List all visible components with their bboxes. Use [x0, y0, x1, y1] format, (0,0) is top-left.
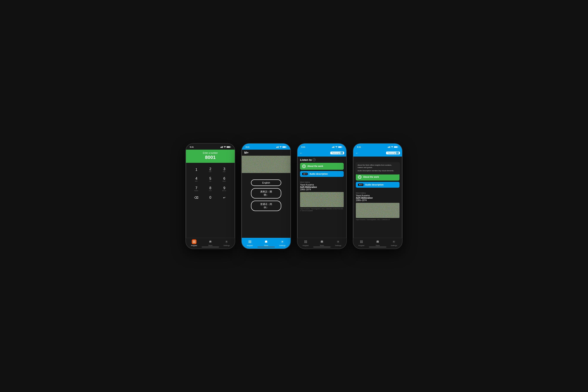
nav-tours-1[interactable]: Tours	[202, 239, 218, 246]
nav-tours-label-3: Tours	[320, 244, 324, 246]
audio-row-about-4[interactable]: About the work	[356, 174, 400, 180]
phone-2-language: 9:41 M+ English 廣東話（繁體） 普通话（简体）	[241, 143, 291, 249]
svg-point-37	[282, 241, 283, 242]
key-4[interactable]: 4GHI	[189, 174, 203, 184]
caption-4: Yayoi Kusama. Transmigration, 2011. Coll…	[353, 218, 402, 221]
home-indicator-1	[202, 247, 219, 247]
nav-keypad-1[interactable]: Keypad	[186, 239, 202, 246]
screen-1: Enter a number 8001 1 2ABC 3DEF 4GHI 5JK…	[186, 150, 235, 249]
svg-rect-54	[305, 241, 306, 242]
svg-rect-46	[303, 166, 304, 167]
svg-point-42	[336, 147, 337, 148]
svg-rect-28	[249, 240, 249, 241]
tours-icon-1	[208, 239, 213, 244]
lang-mandarin[interactable]: 普通话（简体）	[251, 201, 281, 211]
ad-badge-4: AD )))	[358, 184, 363, 186]
key-2[interactable]: 2ABC	[203, 165, 217, 174]
nav-keypad-4[interactable]: Keypad	[353, 239, 369, 246]
svg-point-17	[226, 241, 227, 242]
phone-4-tooltip: 9:41 ← Transcript A About the Work offer…	[353, 143, 403, 249]
svg-point-59	[338, 241, 339, 242]
time-4: 9:41	[357, 146, 361, 148]
svg-rect-6	[227, 146, 230, 148]
back-button-4[interactable]: ←	[355, 151, 358, 155]
home-indicator-4	[369, 247, 386, 247]
time-3: 9:41	[301, 146, 305, 148]
nav-settings-2[interactable]: Settings	[274, 239, 291, 246]
artwork-info-3: West Gallery Yayoi Kusama Self-Obliterat…	[297, 180, 346, 192]
key-enter[interactable]: ↵	[217, 194, 231, 202]
lang-cantonese[interactable]: 廣東話（繁體）	[251, 188, 281, 198]
svg-rect-51	[305, 240, 306, 241]
blue-header-3: ← Transcript A	[297, 150, 346, 156]
svg-rect-73	[361, 240, 362, 241]
status-bar-1: 9:41	[186, 144, 235, 150]
nav-tours-4[interactable]: Tours	[369, 239, 386, 246]
svg-rect-29	[249, 240, 250, 241]
svg-rect-3	[222, 146, 223, 148]
phones-container: 9:41 Enter a number 8001 1 2ABC 3DEF 4GH…	[177, 134, 411, 258]
nav-keypad-3[interactable]: Keypad	[297, 239, 314, 246]
artwork-thumb-4	[356, 203, 400, 218]
key-0[interactable]: 0	[203, 194, 217, 202]
key-6[interactable]: 6MNO	[217, 174, 231, 184]
nav-keypad-label-2: Keypad	[247, 244, 253, 246]
svg-rect-56	[304, 242, 305, 243]
svg-rect-67	[398, 146, 398, 147]
nav-tours-label-4: Tours	[376, 244, 380, 246]
tooltip-line-2: Audio Description narrates key visual el…	[358, 170, 398, 172]
svg-rect-55	[306, 241, 307, 242]
help-icon-3[interactable]: ?	[313, 158, 316, 161]
key-backspace[interactable]: ⌫	[189, 194, 203, 202]
status-bar-2: 9:41	[242, 144, 291, 150]
nav-settings-4[interactable]: Settings	[386, 239, 402, 246]
status-icons-4	[388, 146, 398, 148]
key-1[interactable]: 1	[189, 165, 203, 174]
settings-icon-4	[392, 239, 396, 244]
svg-rect-71	[356, 203, 400, 218]
svg-rect-45	[342, 146, 342, 147]
audio-row-ad-3[interactable]: AD ))) Audio description	[300, 171, 344, 177]
lang-english[interactable]: English	[251, 180, 281, 186]
headphone-icon-3	[302, 164, 306, 168]
svg-rect-10	[195, 240, 195, 241]
key-3[interactable]: 3DEF	[217, 165, 231, 174]
audio-row-ad-4[interactable]: AD ))) Audio description	[356, 182, 400, 188]
home-indicator-2	[257, 247, 275, 247]
artwork-thumb-2	[242, 156, 291, 173]
artwork-title-4: Self-Obliteration	[356, 197, 400, 199]
app-name: M+	[244, 151, 249, 154]
nav-settings-3[interactable]: Settings	[330, 239, 346, 246]
svg-rect-50	[304, 240, 305, 241]
audio-row-about-3[interactable]: About the work	[300, 163, 344, 170]
caption-3: Yayoi Kusama. Transmigration, 2011. Coll…	[297, 207, 346, 212]
nav-settings-label-3: Settings	[335, 244, 341, 246]
svg-rect-1	[221, 146, 222, 148]
home-indicator-3	[313, 247, 331, 247]
nav-settings-1[interactable]: Settings	[219, 239, 235, 246]
keypad-prompt: Enter a number	[188, 152, 232, 154]
svg-rect-9	[194, 240, 194, 241]
svg-rect-14	[193, 242, 193, 243]
key-8[interactable]: 8TUV	[203, 184, 217, 194]
key-9[interactable]: 9WXYZ	[217, 184, 231, 194]
svg-rect-44	[338, 146, 341, 148]
svg-rect-80	[362, 242, 363, 243]
key-5[interactable]: 5JKL	[203, 174, 217, 184]
nav-keypad-2[interactable]: Keypad	[242, 239, 258, 246]
key-7[interactable]: 7PQRS	[189, 184, 203, 194]
nav-tours-2[interactable]: Tours	[258, 239, 274, 246]
artwork-info-4: West Gallery Yayoi Kusama Self-Obliterat…	[353, 191, 402, 203]
transcript-btn-3[interactable]: Transcript A	[330, 152, 344, 154]
nav-keypad-label-4: Keypad	[358, 244, 364, 246]
status-icons-3	[332, 146, 342, 148]
nav-tours-3[interactable]: Tours	[314, 239, 330, 246]
tooltip-overlay: About the Work offers insights from cura…	[355, 162, 400, 175]
transcript-btn-4[interactable]: Transcript A	[386, 152, 400, 154]
headphone-icon-4	[358, 175, 361, 179]
transcript-a-badge-3: A	[340, 152, 343, 154]
svg-rect-52	[306, 240, 307, 241]
gallery-label-4: West Gallery	[356, 192, 400, 194]
svg-point-64	[392, 147, 392, 148]
back-button-3[interactable]: ←	[300, 151, 303, 155]
